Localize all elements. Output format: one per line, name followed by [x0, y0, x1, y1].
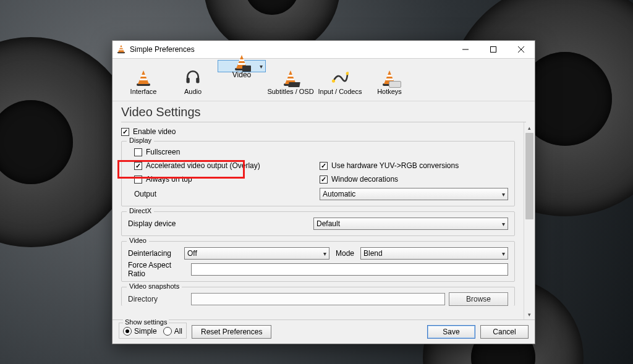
tab-hotkeys[interactable]: Hotkeys	[365, 60, 414, 101]
directory-label: Directory	[128, 295, 187, 303]
force-aspect-ratio-label: Force Aspect Ratio	[128, 261, 187, 278]
accelerated-output-checkbox[interactable]: Accelerated video output (Overlay)	[134, 160, 320, 171]
group-snapshots: Video snapshots Directory Browse	[121, 287, 515, 306]
reset-preferences-button[interactable]: Reset Preferences	[192, 325, 271, 339]
tab-subtitles[interactable]: Subtitles / OSD	[266, 60, 315, 101]
svg-point-7	[346, 72, 349, 75]
window-decorations-checkbox[interactable]: Window decorations	[320, 174, 508, 185]
page-title: Video Settings	[113, 101, 535, 121]
cone-icon	[135, 66, 151, 88]
minimize-button[interactable]	[451, 41, 479, 58]
vertical-scrollbar[interactable]: ▴ ▾	[524, 122, 535, 320]
svg-rect-1	[490, 47, 496, 53]
mode-label: Mode	[333, 249, 357, 258]
maximize-button[interactable]	[479, 41, 507, 58]
preferences-window: Simple Preferences Interface Audio Video	[112, 40, 535, 344]
tab-interface[interactable]: Interface	[119, 60, 168, 101]
group-display: Display Fullscreen Accelerated video out…	[121, 141, 515, 206]
group-video: Video Deinterlacing Off Mode Blend Force…	[121, 241, 515, 282]
browse-button[interactable]: Browse	[449, 292, 508, 306]
radio-icon	[123, 327, 132, 336]
titlebar: Simple Preferences	[113, 41, 535, 59]
svg-point-6	[332, 79, 335, 82]
output-select[interactable]: Automatic	[320, 188, 508, 200]
enable-video-checkbox[interactable]: Enable video	[121, 126, 515, 137]
svg-rect-4	[187, 77, 190, 83]
cable-icon	[331, 66, 349, 88]
output-label: Output	[134, 190, 156, 198]
checkbox-icon	[320, 162, 328, 170]
radio-icon	[163, 327, 172, 336]
force-aspect-ratio-input[interactable]	[191, 263, 508, 276]
scrollbar-thumb[interactable]	[525, 133, 533, 219]
fullscreen-checkbox[interactable]: Fullscreen	[134, 146, 320, 158]
cone-slate-icon	[283, 66, 299, 88]
tab-audio[interactable]: Audio	[168, 60, 218, 101]
svg-rect-5	[196, 77, 199, 83]
settings-content: Enable video Display Fullscreen Accelera…	[113, 122, 524, 320]
show-settings-group: Show settings Simple All	[119, 323, 187, 339]
window-title: Simple Preferences	[130, 45, 451, 54]
deinterlacing-label: Deinterlacing	[128, 249, 181, 258]
category-toolbar: Interface Audio Video Subtitles / OSD In…	[113, 59, 535, 101]
tab-video[interactable]: Video	[218, 60, 266, 72]
scroll-down-icon[interactable]: ▾	[524, 309, 535, 320]
close-button[interactable]	[507, 41, 535, 58]
checkbox-icon	[121, 128, 129, 136]
app-cone-icon	[113, 41, 130, 57]
cone-keyboard-icon	[381, 66, 397, 88]
checkbox-icon	[134, 148, 142, 156]
scroll-up-icon[interactable]: ▴	[524, 122, 535, 133]
display-device-select[interactable]: Default	[313, 218, 508, 230]
group-directx: DirectX Display device Default	[121, 211, 515, 236]
tab-input-codecs[interactable]: Input / Codecs	[315, 60, 365, 101]
checkbox-icon	[134, 162, 142, 170]
checkbox-icon	[320, 176, 328, 184]
directory-input[interactable]	[191, 293, 445, 305]
mode-select[interactable]: Blend	[360, 247, 508, 260]
hw-yuv-checkbox[interactable]: Use hardware YUV->RGB conversions	[320, 160, 508, 171]
headphones-icon	[184, 66, 202, 88]
save-button[interactable]: Save	[427, 325, 475, 339]
radio-simple[interactable]: Simple	[123, 327, 157, 336]
cone-film-icon	[234, 52, 250, 70]
checkbox-icon	[134, 176, 142, 184]
deinterlacing-select[interactable]: Off	[184, 247, 329, 260]
cancel-button[interactable]: Cancel	[480, 325, 529, 339]
radio-all[interactable]: All	[163, 327, 182, 336]
footer: Show settings Simple All Reset Preferenc…	[113, 320, 535, 344]
always-on-top-checkbox[interactable]: Always on top	[134, 174, 320, 185]
display-device-label: Display device	[128, 219, 176, 228]
